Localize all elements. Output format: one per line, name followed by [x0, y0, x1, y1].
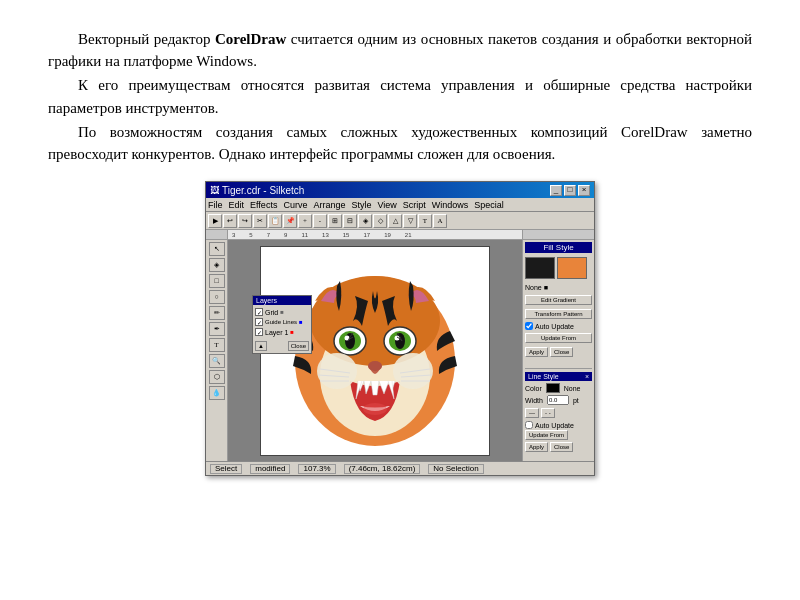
- line-style-section: Line Style × Color None Width pt: [525, 368, 592, 453]
- menu-style[interactable]: Style: [351, 200, 371, 210]
- text-content: Векторный редактор CorelDraw считается о…: [48, 28, 752, 167]
- layer-1-label: Layer 1: [265, 329, 288, 336]
- layer-guides-check[interactable]: ✓: [255, 318, 263, 326]
- toolbar-btn-1[interactable]: ▶: [208, 214, 222, 228]
- window-title: Tiger.cdr - Silketch: [222, 185, 304, 196]
- update-from-line-btn[interactable]: Update From: [525, 430, 568, 440]
- toolbar-btn-9[interactable]: ⊟: [343, 214, 357, 228]
- main-area: ↖ ◈ □ ○ ✏ ✒ T 🔍 ⬡ 💧 Layers: [206, 240, 594, 461]
- close-button[interactable]: ×: [578, 185, 590, 196]
- auto-update-label: Auto Update: [535, 323, 574, 330]
- close-fill-btn[interactable]: Close: [550, 347, 573, 357]
- canvas-area: Layers ✓ Grid ■ ✓ Guide Lines ■: [228, 240, 522, 461]
- toolbar-btn-11[interactable]: ◇: [373, 214, 387, 228]
- tool-pen[interactable]: ✏: [209, 306, 225, 320]
- status-select: Select: [210, 464, 242, 474]
- layer-add-btn[interactable]: ▲: [255, 341, 267, 351]
- toolbar-btn-10[interactable]: ◈: [358, 214, 372, 228]
- line-btn-1[interactable]: —: [525, 408, 539, 418]
- layers-content: ✓ Grid ■ ✓ Guide Lines ■ ✓ L: [253, 305, 311, 339]
- swatch-area: [525, 257, 592, 279]
- auto-update-line-row: Auto Update: [525, 421, 592, 429]
- tool-eyedrop[interactable]: 💧: [209, 386, 225, 400]
- layer-grid-check[interactable]: ✓: [255, 308, 263, 316]
- screenshot-container: 🖼 Tiger.cdr - Silketch _ □ × File Edit E…: [48, 181, 752, 580]
- para3-text: По возможностям создания самых сложных х…: [48, 124, 752, 162]
- color-label: Color: [525, 385, 542, 392]
- line-style-title: Line Style ×: [525, 372, 592, 381]
- toolbar-btn-14[interactable]: T: [418, 214, 432, 228]
- line-color-swatch[interactable]: [546, 383, 560, 393]
- para2-text: К его преимуществам относятся развитая с…: [48, 77, 752, 115]
- auto-update-line-label: Auto Update: [535, 422, 574, 429]
- toolbar-btn-6[interactable]: 📌: [283, 214, 297, 228]
- tool-zoom[interactable]: 🔍: [209, 354, 225, 368]
- line-style-close[interactable]: ×: [585, 373, 589, 380]
- tool-select[interactable]: ↖: [209, 242, 225, 256]
- right-panel: Fill Style None ■ Edit Gradient Transfor…: [522, 240, 594, 461]
- toolbar-btn-4[interactable]: ✂: [253, 214, 267, 228]
- toolbar-btn-3[interactable]: ↪: [238, 214, 252, 228]
- layer-close-btn[interactable]: Close: [288, 341, 309, 351]
- toolbar-btn-zoom-in[interactable]: +: [298, 214, 312, 228]
- menu-curve[interactable]: Curve: [283, 200, 307, 210]
- menu-edit[interactable]: Edit: [229, 200, 245, 210]
- layer-grid: ✓ Grid ■: [255, 307, 309, 317]
- tool-text[interactable]: T: [209, 338, 225, 352]
- svg-point-13: [363, 403, 387, 415]
- layer-1-check[interactable]: ✓: [255, 328, 263, 336]
- layer-1: ✓ Layer 1 ■: [255, 327, 309, 337]
- toolbar-btn-2[interactable]: ↩: [223, 214, 237, 228]
- tool-fill[interactable]: ⬡: [209, 370, 225, 384]
- menu-arrange[interactable]: Arrange: [313, 200, 345, 210]
- menu-special[interactable]: Special: [474, 200, 504, 210]
- status-zoom-text: 107.3%: [303, 464, 330, 473]
- svg-point-9: [395, 333, 405, 349]
- title-bar-buttons[interactable]: _ □ ×: [550, 185, 590, 196]
- toolbar: ▶ ↩ ↪ ✂ 📋 📌 + - ⊞ ⊟ ◈ ◇ △ ▽ T A: [206, 212, 594, 230]
- tool-ellipse[interactable]: ○: [209, 290, 225, 304]
- minimize-button[interactable]: _: [550, 185, 562, 196]
- edit-gradient-btn[interactable]: Edit Gradient: [525, 295, 592, 305]
- width-unit: pt: [573, 397, 579, 404]
- toolbar-btn-zoom-out[interactable]: -: [313, 214, 327, 228]
- close-line-btn[interactable]: Close: [550, 442, 573, 452]
- toolbar-btn-15[interactable]: A: [433, 214, 447, 228]
- apply-line-btn[interactable]: Apply: [525, 442, 548, 452]
- svg-point-8: [345, 333, 355, 349]
- width-row: Width pt: [525, 395, 592, 405]
- width-input[interactable]: [547, 395, 569, 405]
- transform-pattern-btn[interactable]: Transform Pattern: [525, 309, 592, 319]
- auto-update-check[interactable]: [525, 322, 533, 330]
- tool-bezier[interactable]: ✒: [209, 322, 225, 336]
- layers-buttons: ▲ Close: [253, 339, 311, 353]
- menu-windows[interactable]: Windows: [432, 200, 469, 210]
- apply-btn[interactable]: Apply: [525, 347, 548, 357]
- auto-update-line-check[interactable]: [525, 421, 533, 429]
- status-coords-text: (7.46cm, 18.62cm): [349, 464, 416, 473]
- para1-text: Векторный редактор: [78, 31, 215, 47]
- menu-effects[interactable]: Effects: [250, 200, 277, 210]
- update-from-btn[interactable]: Update From: [525, 333, 592, 343]
- swatch-black[interactable]: [525, 257, 555, 279]
- status-zoom: 107.3%: [298, 464, 335, 474]
- paragraph-1: Векторный редактор CorelDraw считается о…: [48, 28, 752, 72]
- menu-file[interactable]: File: [208, 200, 223, 210]
- line-btn-2[interactable]: - -: [541, 408, 555, 418]
- status-bar: Select modified 107.3% (7.46cm, 18.62cm)…: [206, 461, 594, 475]
- menu-view[interactable]: View: [377, 200, 396, 210]
- maximize-button[interactable]: □: [564, 185, 576, 196]
- auto-update-row: Auto Update: [525, 322, 592, 330]
- menu-script[interactable]: Script: [403, 200, 426, 210]
- toolbar-btn-12[interactable]: △: [388, 214, 402, 228]
- status-modified-text: modified: [255, 464, 285, 473]
- toolbar-btn-5[interactable]: 📋: [268, 214, 282, 228]
- toolbar-btn-8[interactable]: ⊞: [328, 214, 342, 228]
- status-selection-text: No Selection: [433, 464, 478, 473]
- layers-title: Layers: [253, 296, 311, 305]
- toolbar-btn-13[interactable]: ▽: [403, 214, 417, 228]
- swatch-orange[interactable]: [557, 257, 587, 279]
- tool-node[interactable]: ◈: [209, 258, 225, 272]
- title-bar-left: 🖼 Tiger.cdr - Silketch: [210, 185, 304, 196]
- tool-rect[interactable]: □: [209, 274, 225, 288]
